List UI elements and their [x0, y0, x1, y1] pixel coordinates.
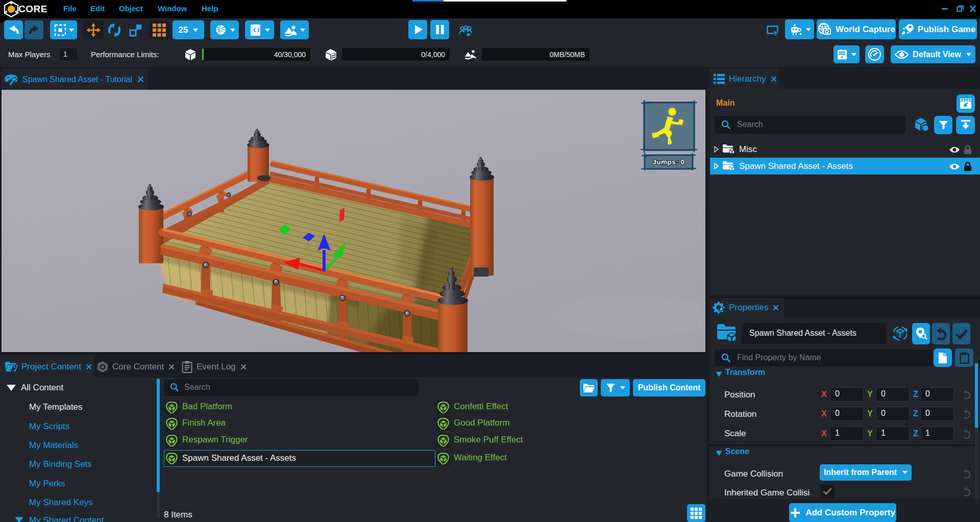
svg-text:CORE: CORE: [18, 4, 47, 14]
svg-text:Jumps: 0: Jumps: 0: [652, 158, 684, 166]
